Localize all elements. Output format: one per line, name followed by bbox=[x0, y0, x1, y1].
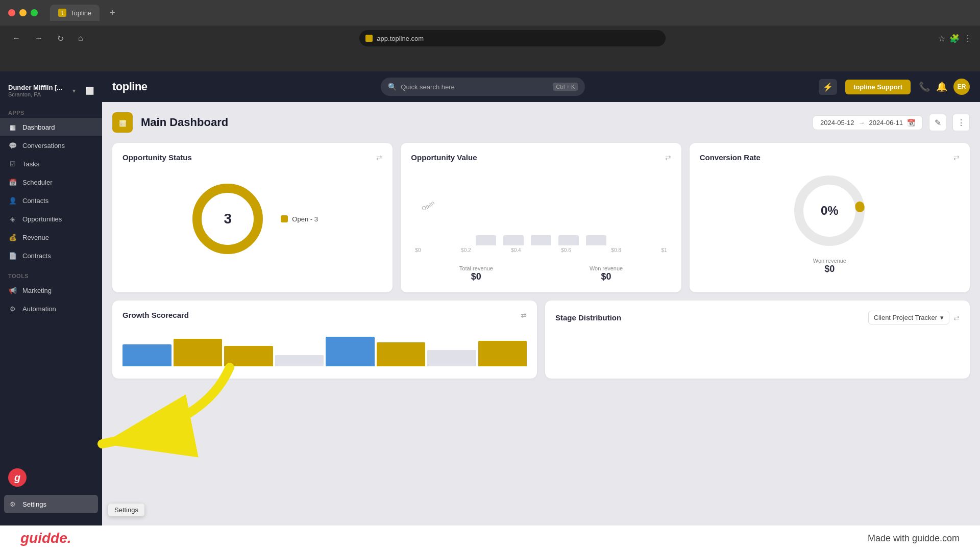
nav-actions: ☆ 🧩 ⋮ bbox=[938, 34, 972, 43]
sidebar-item-automation[interactable]: ⚙ Automation bbox=[0, 299, 102, 318]
tab-title: Topline bbox=[70, 9, 91, 17]
settings-label: Settings bbox=[22, 500, 46, 508]
search-bar[interactable]: 🔍 Quick search here Ctrl + K bbox=[381, 78, 585, 96]
conversion-won-value: $0 bbox=[813, 264, 846, 274]
company-chevron-icon[interactable]: ▾ bbox=[72, 87, 76, 94]
sidebar-item-contacts[interactable]: 👤 Contacts bbox=[0, 191, 102, 210]
widget-header-opportunity-status: Opportunity Status ⇄ bbox=[122, 153, 382, 162]
legend-label-open: Open - 3 bbox=[292, 215, 318, 223]
dashboard: ▦ Main Dashboard 2024-05-12 → 2024-06-11… bbox=[102, 102, 980, 525]
back-button[interactable]: ← bbox=[8, 32, 24, 45]
bar-chart-area: Open bbox=[411, 174, 671, 245]
dashboard-widget-icon: ▦ bbox=[112, 112, 133, 133]
extensions-icon[interactable]: 🧩 bbox=[949, 34, 960, 43]
chart-bar-4 bbox=[558, 235, 579, 245]
filter-icon-opportunity-value[interactable]: ⇄ bbox=[665, 154, 671, 162]
header-actions: 📞 🔔 ER bbox=[919, 79, 970, 95]
settings-tooltip: Settings bbox=[108, 504, 144, 516]
filter-icon-growth[interactable]: ⇄ bbox=[521, 311, 527, 319]
dashboard-header: ▦ Main Dashboard 2024-05-12 → 2024-06-11… bbox=[112, 112, 970, 133]
chart-bar-5 bbox=[586, 235, 606, 245]
growth-bar-4 bbox=[275, 355, 324, 366]
widget-header-conversion-rate: Conversion Rate ⇄ bbox=[700, 153, 960, 162]
browser-tab[interactable]: t Topline bbox=[50, 5, 100, 21]
bar-label-2: $0.4 bbox=[511, 247, 521, 253]
new-tab-button[interactable]: + bbox=[110, 8, 115, 18]
growth-bar-2 bbox=[174, 339, 223, 366]
bar-label-3: $0.6 bbox=[561, 247, 571, 253]
settings-button[interactable]: ⚙ Settings bbox=[4, 495, 98, 513]
sidebar-item-contracts[interactable]: 📄 Contracts bbox=[0, 246, 102, 265]
sidebar-label-dashboard: Dashboard bbox=[22, 123, 55, 131]
won-revenue-label-bar: Won revenue bbox=[590, 265, 623, 271]
more-options-button[interactable]: ⋮ bbox=[952, 114, 970, 131]
dashboard-title: Main Dashboard bbox=[141, 116, 228, 129]
sidebar-item-scheduler[interactable]: 📅 Scheduler bbox=[0, 173, 102, 191]
sidebar-label-contacts: Contacts bbox=[22, 197, 48, 205]
sidebar-item-tasks[interactable]: ☑ Tasks bbox=[0, 155, 102, 173]
total-revenue-stat: Total revenue $0 bbox=[459, 265, 493, 282]
legend-dot-open bbox=[281, 215, 288, 222]
sidebar-label-marketing: Marketing bbox=[22, 287, 52, 294]
pencil-icon: ✎ bbox=[935, 118, 941, 128]
guidde-footer: guidde. Made with guidde.com bbox=[0, 525, 980, 551]
date-range[interactable]: 2024-05-12 → 2024-06-11 📆 bbox=[813, 115, 923, 130]
conversion-won-label: Won revenue bbox=[813, 258, 846, 264]
edit-dashboard-button[interactable]: ✎ bbox=[929, 114, 946, 131]
total-revenue-label: Total revenue bbox=[459, 265, 493, 271]
bar-label-5: $1 bbox=[662, 247, 667, 253]
sidebar-item-opportunities[interactable]: ◈ Opportunities bbox=[0, 210, 102, 228]
bar-label-0: $0 bbox=[415, 247, 421, 253]
tools-section-label: Tools bbox=[0, 269, 102, 281]
bell-icon[interactable]: 🔔 bbox=[936, 81, 947, 92]
filter-icon-stage[interactable]: ⇄ bbox=[953, 314, 960, 322]
chart-bar-3 bbox=[531, 235, 551, 245]
revenue-icon: 💰 bbox=[8, 233, 17, 242]
dashboard-actions: 2024-05-12 → 2024-06-11 📆 ✎ ⋮ bbox=[813, 114, 970, 131]
phone-icon[interactable]: 📞 bbox=[919, 81, 930, 92]
minimize-button[interactable] bbox=[19, 9, 27, 16]
conversion-stats: Won revenue $0 bbox=[700, 258, 960, 274]
support-button[interactable]: topline Support bbox=[845, 80, 911, 94]
forward-button[interactable]: → bbox=[31, 32, 47, 45]
url-text: app.topline.com bbox=[377, 35, 424, 42]
traffic-lights bbox=[8, 9, 38, 16]
search-icon: 🔍 bbox=[388, 83, 397, 91]
scheduler-icon: 📅 bbox=[8, 178, 17, 187]
sidebar-toggle-icon[interactable]: ⬜ bbox=[85, 87, 94, 95]
chart-bar-1 bbox=[476, 235, 496, 245]
stage-distribution-widget: Stage Distribution Client Project Tracke… bbox=[545, 300, 970, 379]
bookmark-icon[interactable]: ☆ bbox=[938, 34, 945, 43]
sidebar-item-marketing[interactable]: 📢 Marketing bbox=[0, 281, 102, 299]
menu-icon[interactable]: ⋮ bbox=[964, 34, 972, 43]
refresh-button[interactable]: ↻ bbox=[53, 32, 68, 45]
stage-selector[interactable]: Client Project Tracker ▾ bbox=[868, 311, 949, 324]
filter-icon-opportunity-status[interactable]: ⇄ bbox=[376, 154, 382, 162]
dashboard-icon: ▦ bbox=[8, 122, 17, 132]
growth-bar-6 bbox=[377, 342, 426, 366]
maximize-button[interactable] bbox=[31, 9, 38, 16]
conversion-won-revenue: Won revenue $0 bbox=[813, 258, 846, 274]
lightning-button[interactable]: ⚡ bbox=[819, 79, 837, 95]
conversations-icon: 💬 bbox=[8, 141, 17, 150]
sidebar-item-revenue[interactable]: 💰 Revenue bbox=[0, 228, 102, 246]
opportunity-status-widget: Opportunity Status ⇄ 3 bbox=[112, 143, 393, 292]
close-button[interactable] bbox=[8, 9, 15, 16]
sidebar-label-scheduler: Scheduler bbox=[22, 179, 53, 186]
stage-selector-chevron: ▾ bbox=[940, 314, 944, 321]
stage-distribution-header: Stage Distribution Client Project Tracke… bbox=[555, 311, 960, 324]
growth-bar-8 bbox=[478, 341, 527, 366]
home-button[interactable]: ⌂ bbox=[74, 32, 87, 45]
sidebar-item-conversations[interactable]: 💬 Conversations bbox=[0, 136, 102, 155]
donut-legend: Open - 3 bbox=[281, 215, 318, 223]
filter-icon-conversion-rate[interactable]: ⇄ bbox=[953, 154, 960, 162]
donut-center-value: 3 bbox=[224, 211, 232, 227]
date-arrow-icon: → bbox=[859, 119, 865, 127]
sidebar-item-dashboard[interactable]: ▦ Dashboard bbox=[0, 118, 102, 136]
avatar[interactable]: ER bbox=[953, 79, 970, 95]
address-bar[interactable]: app.topline.com bbox=[359, 30, 666, 46]
marketing-icon: 📢 bbox=[8, 286, 17, 295]
date-from: 2024-05-12 bbox=[820, 119, 854, 127]
date-to: 2024-06-11 bbox=[869, 119, 903, 127]
sidebar-header: Dunder Mifflin [... Scranton, PA ▾ ⬜ bbox=[0, 80, 102, 106]
